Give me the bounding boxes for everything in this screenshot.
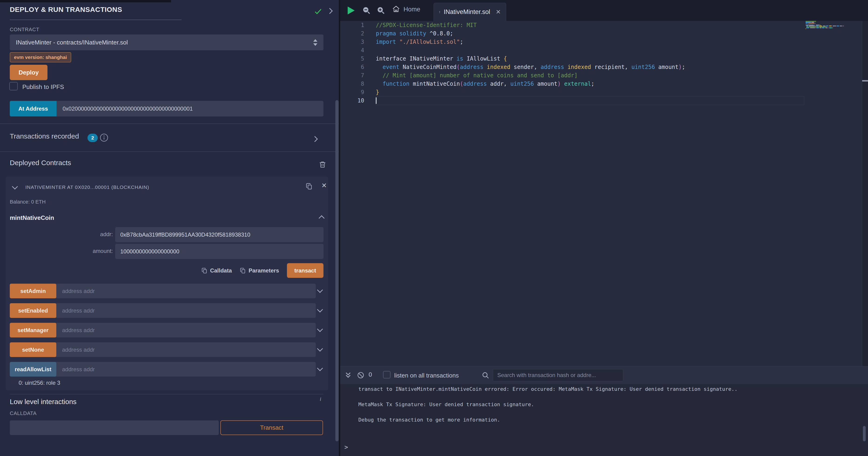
- expand-chevron-down-icon[interactable]: [317, 307, 323, 312]
- low-level-transact-button[interactable]: Transact: [220, 420, 323, 435]
- contract-label: CONTRACT: [10, 27, 39, 33]
- minimap[interactable]: [806, 21, 862, 30]
- publish-ipfs-label: Publish to IPFS: [22, 83, 64, 91]
- setAdmin-button[interactable]: setAdmin: [10, 284, 56, 298]
- home-icon: [392, 5, 400, 13]
- panel-scrollbar[interactable]: [335, 100, 339, 441]
- at-address-input[interactable]: [57, 101, 323, 116]
- top-strip: [0, 0, 171, 2]
- panel-chevron-right-icon[interactable]: [327, 8, 333, 14]
- pending-count: 0: [369, 371, 372, 378]
- select-stepper-icon: [313, 39, 317, 46]
- scrollbar-marker: [862, 80, 868, 82]
- close-tab-icon[interactable]: ✕: [496, 8, 501, 16]
- code-line[interactable]: [376, 96, 804, 105]
- setAdmin-input[interactable]: [62, 284, 309, 298]
- function-row: setManager: [10, 323, 326, 338]
- terminal-scrollbar[interactable]: [863, 426, 866, 441]
- deploy-button[interactable]: Deploy: [10, 65, 48, 80]
- code-line[interactable]: }: [376, 88, 804, 96]
- function-list: setAdminsetEnabledsetManagersetNonereadA…: [10, 284, 326, 381]
- terminal-prompt[interactable]: >: [344, 444, 348, 451]
- transactions-count-badge[interactable]: 2: [88, 134, 98, 142]
- check-icon[interactable]: [314, 7, 322, 16]
- double-chevron-down-icon[interactable]: [344, 371, 352, 379]
- expand-chevron-down-icon[interactable]: [317, 287, 323, 293]
- tab-home[interactable]: Home: [392, 5, 420, 13]
- setManager-input[interactable]: [62, 323, 309, 338]
- calldata-action[interactable]: Calldata: [201, 267, 232, 274]
- code-line[interactable]: event NativeCoinMinted(address indexed s…: [376, 63, 804, 71]
- addr-input[interactable]: [115, 227, 323, 242]
- at-address-group: At Address: [10, 101, 323, 116]
- at-address-button[interactable]: At Address: [10, 101, 57, 116]
- expand-chevron-down-icon[interactable]: [317, 326, 323, 332]
- code-lines[interactable]: //SPDX-License-Identifier: MITpragma sol…: [376, 21, 804, 105]
- terminal-messages: transact to INativeMinter.mintNativeCoin…: [359, 385, 738, 431]
- function-name: mintNativeCoin: [10, 214, 54, 222]
- setEnabled-button[interactable]: setEnabled: [10, 303, 56, 318]
- divider: [0, 151, 339, 152]
- setNone-input[interactable]: [62, 342, 309, 357]
- play-icon[interactable]: [348, 6, 354, 15]
- tab-home-label: Home: [404, 6, 420, 13]
- amount-input[interactable]: [115, 244, 323, 259]
- parameters-action[interactable]: Parameters: [240, 267, 279, 274]
- zoom-in-icon[interactable]: [376, 6, 385, 15]
- editor-tabbar: Home INativeMinter.sol ✕: [340, 0, 868, 21]
- listen-all-checkbox[interactable]: [383, 371, 391, 378]
- info-icon[interactable]: [100, 133, 108, 142]
- card-collapse-chevron-icon[interactable]: [12, 183, 18, 189]
- code-line[interactable]: //SPDX-License-Identifier: MIT: [376, 21, 804, 29]
- setEnabled-input[interactable]: [62, 303, 309, 318]
- low-level-calldata-input[interactable]: [10, 420, 219, 435]
- setNone-button[interactable]: setNone: [10, 342, 56, 357]
- line-number: 6: [340, 63, 364, 71]
- transactions-recorded-label: Transactions recorded: [10, 132, 79, 140]
- low-level-title: Low level interactions: [10, 398, 76, 406]
- trash-icon[interactable]: [318, 160, 327, 169]
- line-number: 5: [340, 55, 364, 63]
- code-line[interactable]: import "./IAllowList.sol";: [376, 38, 804, 46]
- publish-ipfs-checkbox[interactable]: [9, 82, 18, 90]
- ban-icon[interactable]: [357, 371, 365, 379]
- transact-button[interactable]: transact: [287, 263, 323, 278]
- low-level-info-icon[interactable]: i: [320, 396, 321, 402]
- line-number: 8: [340, 80, 364, 88]
- transactions-chevron-right-icon[interactable]: [312, 136, 318, 142]
- function-collapse-chevron-up-icon[interactable]: [318, 215, 324, 221]
- readAllowList-input[interactable]: [62, 362, 309, 377]
- copy-icon[interactable]: [306, 182, 313, 190]
- close-icon[interactable]: ✕: [321, 182, 327, 189]
- code-line[interactable]: function mintNativeCoin(address addr, ui…: [376, 80, 804, 88]
- contract-select[interactable]: INativeMinter - contracts/INativeMinter.…: [10, 34, 323, 50]
- line-number: 3: [340, 38, 364, 46]
- divider: [0, 123, 339, 124]
- function-row: setAdmin: [10, 284, 326, 298]
- tab-inativeminter[interactable]: INativeMinter.sol ✕: [434, 3, 506, 21]
- panel-title: DEPLOY & RUN TRANSACTIONS: [10, 6, 122, 13]
- balance-label: Balance: 0 ETH: [10, 199, 45, 205]
- code-line[interactable]: [376, 46, 804, 55]
- terminal-search-input[interactable]: [493, 369, 623, 381]
- expand-chevron-down-icon[interactable]: [317, 365, 323, 371]
- setManager-button[interactable]: setManager: [10, 323, 56, 338]
- code-editor[interactable]: 12345678910 //SPDX-License-Identifier: M…: [340, 21, 868, 366]
- code-line[interactable]: // Mint [amount] number of native coins …: [376, 71, 804, 80]
- readAllowList-button[interactable]: readAllowList: [10, 362, 56, 377]
- text-cursor: [376, 97, 376, 104]
- app-root: DEPLOY & RUN TRANSACTIONS CONTRACT INati…: [0, 0, 868, 456]
- code-line[interactable]: pragma solidity ^0.8.0;: [376, 29, 804, 38]
- evm-version-badge: evm version: shanghai: [10, 52, 71, 62]
- editor-region: Home INativeMinter.sol ✕ 12345678910 //S…: [340, 0, 868, 456]
- zoom-out-icon[interactable]: [362, 6, 371, 15]
- editor-scrollbar[interactable]: [862, 21, 868, 366]
- line-number: 9: [340, 88, 364, 96]
- terminal-message: MetaMask Tx Signature: User denied trans…: [359, 400, 738, 409]
- code-line[interactable]: interface INativeMinter is IAllowList {: [376, 55, 804, 63]
- tab-label: INativeMinter.sol: [444, 8, 490, 16]
- function-row: readAllowList: [10, 362, 326, 377]
- expand-chevron-down-icon[interactable]: [317, 346, 323, 351]
- listen-all-label: listen on all transactions: [394, 372, 459, 379]
- deployed-contracts-title: Deployed Contracts: [10, 159, 71, 167]
